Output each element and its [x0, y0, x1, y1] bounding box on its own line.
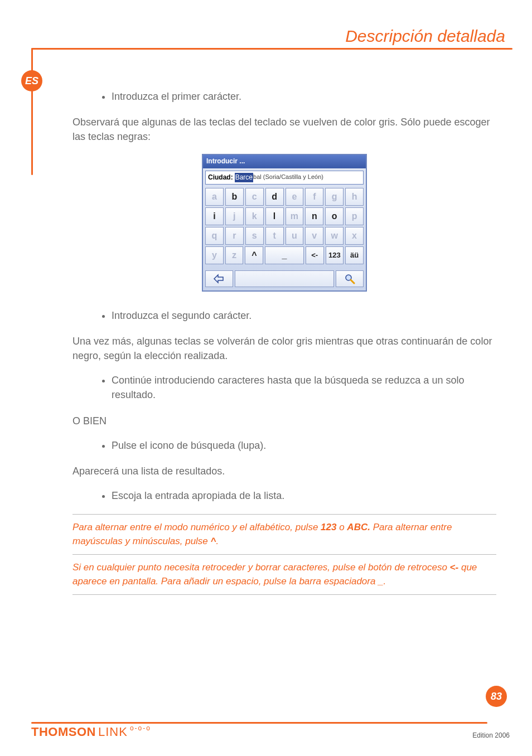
key-e: e — [286, 188, 304, 206]
key-t: t — [265, 227, 284, 245]
key-i[interactable]: i — [205, 207, 224, 225]
key-y: y — [205, 246, 224, 264]
content-area: Introduzca el primer carácter. Observará… — [72, 84, 496, 595]
page-number-badge: 83 — [486, 686, 507, 707]
field-suggestion-text: bal (Soria/Castilla y León) — [253, 173, 323, 182]
key-q: q — [205, 227, 224, 245]
bullet-intro-first-char: Introduzca el primer carácter. — [112, 89, 496, 104]
header-rule — [31, 48, 512, 50]
field-label: Ciudad: — [208, 173, 233, 182]
bullet-choose-entry: Escoja la entrada apropiada de la lista. — [112, 488, 496, 503]
key-u: u — [286, 227, 304, 245]
magnifier-icon — [344, 273, 355, 284]
bullet-search-icon: Pulse el icono de búsqueda (lupa). — [112, 438, 496, 453]
keyboard-keys: abcdefghijklmnopqrstuvwxyz^_<-123äü — [203, 187, 366, 269]
keyboard-bottom-spacer — [235, 270, 334, 287]
key-c: c — [245, 188, 264, 206]
key-a: a — [205, 188, 224, 206]
side-rule — [31, 48, 33, 175]
key-shift[interactable]: ^ — [245, 246, 263, 264]
key-j: j — [225, 207, 244, 225]
tip-numeric-alpha: Para alternar entre el modo numérico y e… — [72, 515, 496, 555]
key-n[interactable]: n — [305, 207, 323, 225]
key-o[interactable]: o — [325, 207, 344, 225]
key-m: m — [286, 207, 304, 225]
footer-rule — [31, 722, 487, 724]
key-s: s — [245, 227, 264, 245]
para-results-list: Aparecerá una lista de resultados. — [72, 464, 496, 478]
key-d[interactable]: d — [265, 188, 284, 206]
field-selected-text: Barce — [235, 173, 253, 182]
key-z: z — [225, 246, 244, 264]
key-backspace[interactable]: <- — [306, 246, 324, 264]
key-x: x — [345, 227, 364, 245]
para-again-grey: Una vez más, algunas teclas se volverán … — [72, 334, 496, 363]
logo-brand: THOMSON — [31, 725, 96, 739]
bullet-continue: Continúe introduciendo caracteres hasta … — [112, 373, 496, 402]
back-button[interactable] — [205, 270, 233, 287]
para-grey-keys: Observará que algunas de las teclas del … — [72, 115, 496, 144]
keyboard-search-field[interactable]: Ciudad: Barcebal (Soria/Castilla y León) — [205, 171, 364, 185]
tip-backspace-space: Si en cualquier punto necesita retrocede… — [72, 555, 496, 595]
key-f: f — [305, 188, 323, 206]
key-w: w — [325, 227, 344, 245]
page-header-title: Descripción detallada — [345, 27, 505, 46]
svg-line-1 — [351, 280, 354, 283]
back-arrow-icon — [213, 274, 225, 284]
logo-sub: LINK — [98, 725, 128, 739]
language-badge: ES — [21, 70, 42, 91]
bullet-second-char: Introduzca el segundo carácter. — [112, 308, 496, 323]
key-r: r — [225, 227, 244, 245]
key-g: g — [325, 188, 344, 206]
key-k: k — [245, 207, 264, 225]
edition-label: Edition 2006 — [472, 731, 510, 739]
key-b[interactable]: b — [225, 188, 244, 206]
keyboard-title: Introducir ... — [203, 155, 366, 168]
key-p: p — [345, 207, 364, 225]
key-accents[interactable]: äü — [345, 246, 364, 264]
or-label: O BIEN — [72, 414, 496, 428]
search-button[interactable] — [336, 270, 364, 287]
key-l[interactable]: l — [265, 207, 284, 225]
logo-ornament-icon: o-o-o — [130, 724, 151, 732]
keyboard-screenshot: Introducir ... Ciudad: Barcebal (Soria/C… — [202, 154, 367, 292]
key-v: v — [305, 227, 323, 245]
key-h: h — [345, 188, 364, 206]
footer-logo: THOMSON LINK o-o-o — [31, 725, 151, 739]
key-space[interactable]: _ — [265, 246, 304, 264]
key-numeric-mode[interactable]: 123 — [326, 246, 344, 264]
